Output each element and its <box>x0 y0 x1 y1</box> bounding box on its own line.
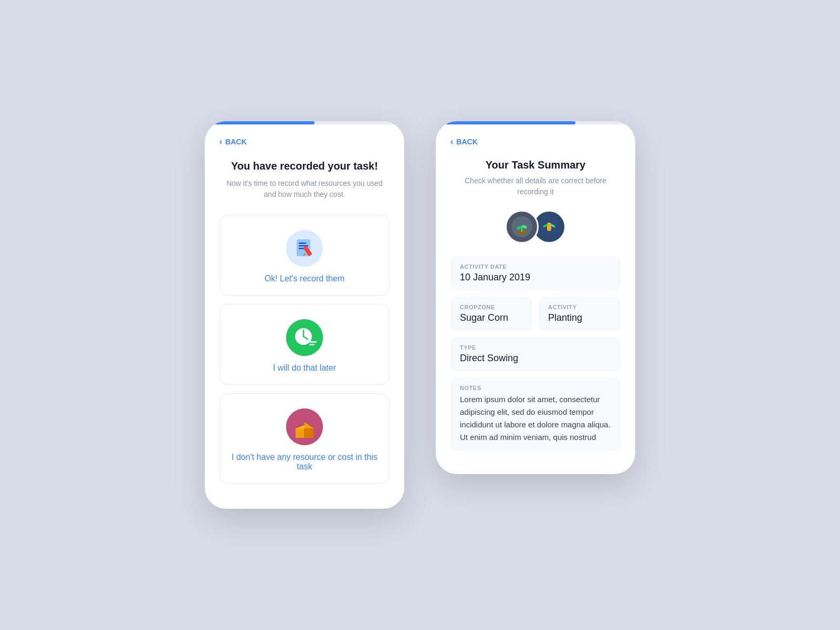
type-label: TYPE <box>460 344 611 351</box>
activity-date-label: ACTIVITY DATE <box>460 264 611 270</box>
crop-icon-plant <box>505 210 539 244</box>
left-phone: ‹ BACK You have recorded your task! Now … <box>205 121 404 509</box>
no-resource-option-card[interactable]: I don't have any resource or cost in thi… <box>219 393 390 484</box>
activity-date-value: 10 January 2019 <box>460 272 611 283</box>
right-progress-bar <box>436 121 635 124</box>
no-resource-option-label: I don't have any resource or cost in thi… <box>230 453 379 471</box>
later-option-label: I will do that later <box>273 363 336 373</box>
record-option-label: Ok! Let's record them <box>265 274 344 284</box>
type-value: Direct Sowing <box>460 353 611 364</box>
left-back-button[interactable]: ‹ BACK <box>219 137 247 146</box>
later-svg-icon <box>286 319 323 356</box>
left-title: You have recorded your task! <box>219 159 390 173</box>
left-subtitle: Now it's time to record what resources y… <box>219 178 390 200</box>
record-icon <box>286 230 323 267</box>
right-phone: ‹ BACK Your Task Summary Check whether a… <box>436 121 635 474</box>
notes-label: NOTES <box>460 385 611 391</box>
activity-card: ACTIVITY Planting <box>539 297 621 331</box>
svg-point-33 <box>550 228 551 230</box>
svg-point-30 <box>548 226 550 228</box>
no-resource-icon <box>286 408 323 445</box>
crop-icons-container <box>450 210 621 244</box>
right-back-chevron-icon: ‹ <box>450 137 453 146</box>
cropzone-value: Sugar Corn <box>460 312 523 323</box>
svg-point-32 <box>548 228 550 230</box>
notes-value: Lorem ipsum dolor sit amet, consectetur … <box>460 393 611 444</box>
svg-rect-18 <box>305 428 313 438</box>
cropzone-card: CROPZONE Sugar Corn <box>450 297 532 331</box>
record-svg-icon <box>286 230 323 267</box>
record-option-card[interactable]: Ok! Let's record them <box>219 215 390 296</box>
right-back-button[interactable]: ‹ BACK <box>450 137 478 146</box>
right-subtitle: Check whether all details are correct be… <box>450 175 621 197</box>
no-resource-svg-icon <box>286 408 323 445</box>
activity-date-card: ACTIVITY DATE 10 January 2019 <box>450 256 621 290</box>
svg-point-31 <box>550 226 551 228</box>
phones-container: ‹ BACK You have recorded your task! Now … <box>205 90 635 540</box>
cropzone-activity-row: CROPZONE Sugar Corn ACTIVITY Planting <box>450 297 621 337</box>
notes-card: NOTES Lorem ipsum dolor sit amet, consec… <box>450 377 621 451</box>
type-card: TYPE Direct Sowing <box>450 337 621 371</box>
left-progress-bar <box>205 121 404 124</box>
later-option-card[interactable]: I will do that later <box>219 304 390 385</box>
left-progress-fill <box>205 121 314 124</box>
left-back-label: BACK <box>225 138 246 146</box>
svg-rect-17 <box>296 428 304 438</box>
left-back-chevron-icon: ‹ <box>219 137 222 146</box>
activity-label: ACTIVITY <box>548 304 611 310</box>
svg-rect-2 <box>299 243 306 244</box>
right-progress-fill <box>436 121 575 124</box>
svg-rect-12 <box>309 344 314 345</box>
activity-value: Planting <box>548 312 611 323</box>
right-back-label: BACK <box>456 138 477 146</box>
right-title: Your Task Summary <box>450 159 621 171</box>
cropzone-label: CROPZONE <box>460 304 523 310</box>
svg-rect-11 <box>309 341 317 343</box>
svg-point-28 <box>548 224 550 226</box>
later-icon <box>286 319 323 356</box>
